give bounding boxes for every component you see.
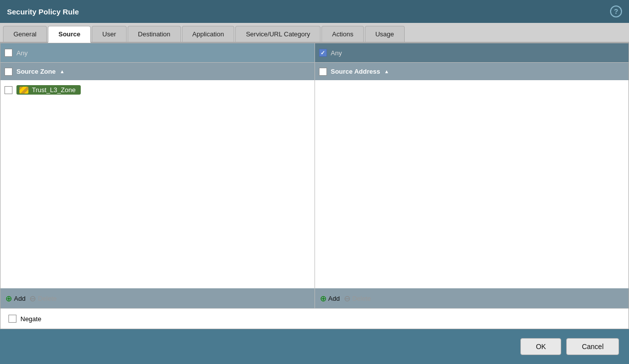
dialog-title: Security Policy Rule bbox=[7, 7, 79, 16]
source-zone-add-button[interactable]: ⊕ Add bbox=[5, 294, 25, 303]
source-zone-footer: ⊕ Add ⊖ Delete bbox=[0, 288, 314, 308]
tab-usage[interactable]: Usage bbox=[365, 26, 405, 42]
source-zone-add-label: Add bbox=[14, 295, 25, 302]
negate-row: Negate bbox=[0, 309, 629, 329]
source-address-delete-label: Delete bbox=[352, 295, 371, 302]
negate-checkbox[interactable] bbox=[8, 315, 16, 323]
source-address-sort-icon: ▲ bbox=[384, 69, 389, 74]
source-address-add-button[interactable]: ⊕ Add bbox=[320, 294, 340, 303]
source-address-select-all-checkbox[interactable] bbox=[319, 68, 327, 76]
panels-row: Any Source Zone ▲ Trust_L3_Zone bbox=[0, 43, 629, 309]
source-zone-any-header: Any bbox=[0, 43, 314, 62]
negate-label: Negate bbox=[20, 315, 41, 323]
source-address-any-header: Any bbox=[315, 43, 629, 62]
tab-actions[interactable]: Actions bbox=[321, 26, 364, 42]
source-zone-any-checkbox[interactable] bbox=[4, 49, 12, 57]
source-zone-row: Trust_L3_Zone bbox=[4, 84, 311, 96]
source-zone-sort-icon: ▲ bbox=[60, 69, 65, 74]
trust-l3-zone-label: Trust_L3_Zone bbox=[32, 86, 76, 94]
tab-application[interactable]: Application bbox=[182, 26, 235, 42]
source-zone-any-label: Any bbox=[16, 49, 27, 57]
tab-destination[interactable]: Destination bbox=[128, 26, 181, 42]
source-address-add-label: Add bbox=[328, 295, 340, 302]
source-zone-select-all-checkbox[interactable] bbox=[4, 68, 12, 76]
source-address-delete-icon: ⊖ bbox=[344, 294, 350, 303]
tab-source[interactable]: Source bbox=[48, 26, 91, 43]
ok-button[interactable]: OK bbox=[520, 338, 561, 355]
source-address-delete-button[interactable]: ⊖ Delete bbox=[344, 294, 371, 303]
source-address-header-label: Source Address bbox=[331, 68, 380, 75]
source-zone-panel: Any Source Zone ▲ Trust_L3_Zone bbox=[0, 43, 315, 308]
main-content: Any Source Zone ▲ Trust_L3_Zone bbox=[0, 43, 629, 329]
source-address-add-icon: ⊕ bbox=[320, 294, 326, 303]
source-zone-header-label: Source Zone bbox=[16, 68, 56, 75]
source-address-col-header: Source Address ▲ bbox=[315, 62, 629, 80]
content-area: Any Source Zone ▲ Trust_L3_Zone bbox=[0, 43, 629, 329]
tab-user[interactable]: User bbox=[92, 26, 126, 42]
source-address-panel: Any Source Address ▲ ⊕ Add bbox=[315, 43, 629, 308]
trust-l3-zone-tag: Trust_L3_Zone bbox=[16, 85, 81, 95]
tabs-bar: General Source User Destination Applicat… bbox=[0, 23, 629, 43]
source-zone-add-icon: ⊕ bbox=[5, 294, 12, 303]
source-zone-delete-button[interactable]: ⊖ Delete bbox=[29, 294, 57, 303]
security-policy-rule-dialog: Security Policy Rule ? General Source Us… bbox=[0, 0, 629, 364]
tab-general[interactable]: General bbox=[3, 26, 47, 42]
source-zone-delete-icon: ⊖ bbox=[29, 294, 36, 303]
tab-service-url[interactable]: Service/URL Category bbox=[235, 26, 320, 42]
source-address-body bbox=[315, 80, 629, 288]
source-address-any-checkbox[interactable] bbox=[319, 49, 327, 57]
source-zone-col-header: Source Zone ▲ bbox=[0, 62, 314, 80]
title-bar: Security Policy Rule ? bbox=[0, 0, 629, 23]
source-address-footer: ⊕ Add ⊖ Delete bbox=[315, 288, 629, 308]
bottom-bar: OK Cancel bbox=[0, 329, 629, 364]
source-zone-body: Trust_L3_Zone bbox=[0, 80, 314, 288]
trust-l3-zone-checkbox[interactable] bbox=[4, 86, 12, 94]
zone-icon bbox=[19, 87, 28, 94]
source-zone-delete-label: Delete bbox=[38, 295, 57, 302]
source-address-any-label: Any bbox=[331, 49, 342, 57]
help-icon[interactable]: ? bbox=[610, 5, 622, 17]
cancel-button[interactable]: Cancel bbox=[566, 338, 619, 355]
